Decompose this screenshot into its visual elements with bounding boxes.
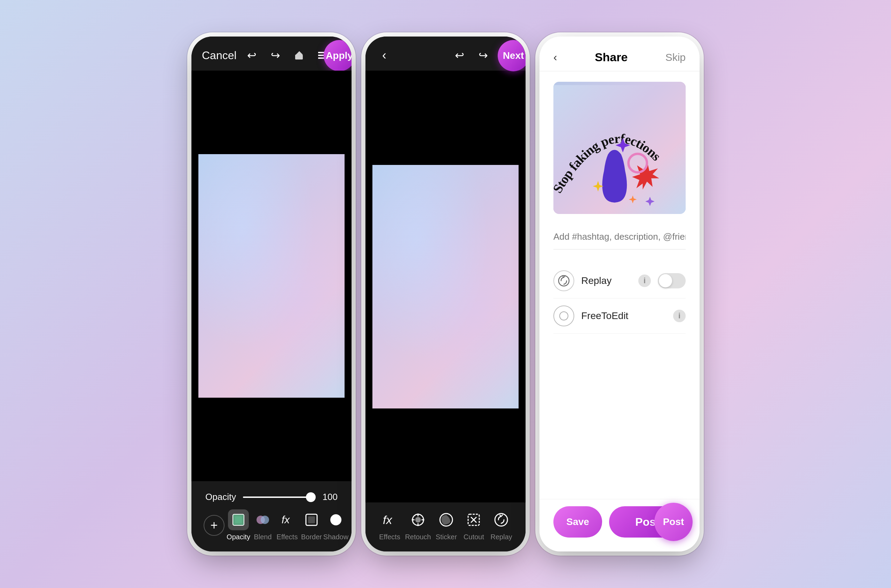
phone2-replay-label: Replay [490,533,512,541]
replay-toggle-thumb [659,274,672,287]
effects-tool-label: Effects [277,533,298,541]
phone2-back-button[interactable]: ‹ [376,47,392,64]
share-preview-svg: Stop faking perfections [553,82,686,214]
phone2-tool-row: fx Effects Retouch [373,509,518,541]
svg-point-21 [330,514,341,525]
svg-rect-15 [235,516,242,523]
phone2-holographic-bg [373,165,518,408]
post-button[interactable]: Post Post [609,506,686,537]
phone2-effects-icon: fx [379,509,400,530]
phone2-header: ‹ ↩ ↪ ⬇ Next [365,36,526,70]
add-tool-button[interactable]: + [202,515,226,536]
opacity-tool-icon [228,509,249,530]
share-back-button[interactable]: ‹ [553,51,557,64]
phone1-tool-row: + Opacity Blend [198,509,344,541]
phone2-artwork: Stop faking perfections [373,165,518,408]
opacity-label: Opacity [205,492,236,502]
replay-toggle[interactable] [658,273,686,288]
phone1-canvas: Stop faking perfections [191,70,352,481]
blend-tool-label: Blend [254,533,272,541]
phone1-frame: Cancel ↩ ↪ [191,36,352,552]
share-header: ‹ Share Skip [539,36,700,71]
phone2-retouch-label: Retouch [405,533,431,541]
opacity-row: Opacity 100 [198,488,344,509]
svg-rect-20 [308,516,315,523]
border-tool-label: Border [301,533,322,541]
share-footer: Save Post Post [539,499,700,552]
freetoedit-option-row: FreeToEdit i [553,298,686,334]
effects-tool-icon: fx [277,509,298,530]
freetoedit-option-label: FreeToEdit [581,310,666,321]
phone2-cutout-label: Cutout [464,533,484,541]
phone2-retouch-tool[interactable]: Retouch [405,509,431,541]
phone3-frame: ‹ Share Skip Sto [539,36,700,552]
opacity-value: 100 [323,492,338,502]
skip-button[interactable]: Skip [666,51,686,63]
blend-tool[interactable]: Blend [251,509,275,541]
opacity-tool[interactable]: Opacity [226,509,251,541]
undo-button[interactable]: ↩ [243,47,260,64]
border-tool-icon [301,509,322,530]
cancel-button[interactable]: Cancel [202,49,237,62]
post-highlight: Post [654,503,693,541]
phone2-effects-label: Effects [379,533,400,541]
phone2-cutout-tool[interactable]: Cutout [461,509,486,541]
freetoedit-info-icon[interactable]: i [673,310,686,322]
svg-point-17 [261,516,269,524]
freetoedit-option-icon [553,306,574,326]
phone1-artwork: Stop faking perfections [198,154,344,398]
svg-point-32 [415,517,421,523]
border-tool[interactable]: Border [299,509,324,541]
save-button[interactable]: Save [553,506,602,537]
phone2-replay-tool[interactable]: Replay [489,509,513,541]
phone2-retouch-icon [407,509,428,530]
phone1-bottom-toolbar: Opacity 100 + Opacity [191,481,352,552]
replay-option-icon [553,270,574,291]
share-content: Stop faking perfections [539,71,700,499]
phone2-effects-tool[interactable]: fx Effects [378,509,402,541]
phone2-redo-button[interactable]: ↪ [475,47,491,64]
more-tool[interactable] [348,515,352,536]
slider-fill [243,496,312,498]
effects-tool[interactable]: fx Effects [275,509,299,541]
opacity-tool-label: Opacity [227,533,250,541]
phone1-header-icons: ↩ ↪ [243,47,331,64]
next-button[interactable]: Next [498,40,526,71]
eraser-button[interactable] [291,47,308,64]
replay-option-label: Replay [581,275,631,286]
slider-thumb [306,492,316,502]
phone2-bottom-toolbar: fx Effects Retouch [365,502,526,552]
shadow-tool-icon [325,509,346,530]
opacity-slider[interactable] [243,496,316,498]
share-preview-image: Stop faking perfections [553,82,686,214]
phone2-canvas: Stop faking perfections [365,70,526,502]
phone2-replay-icon [491,509,512,530]
svg-text:fx: fx [282,514,290,525]
shadow-tool[interactable]: Shadow [324,509,348,541]
svg-marker-1 [296,51,303,55]
add-icon: + [204,515,224,536]
svg-text:fx: fx [383,513,392,526]
shadow-tool-label: Shadow [323,533,349,541]
phone2-sticker-icon [436,509,457,530]
redo-button[interactable]: ↪ [267,47,284,64]
svg-point-47 [560,312,568,320]
phone2-sticker-label: Sticker [436,533,457,541]
phone2-frame: ‹ ↩ ↪ ⬇ Next Stop faking perfections [365,36,526,552]
replay-option-row: Replay i [553,263,686,298]
blend-tool-icon [252,509,273,530]
hashtag-input[interactable] [553,224,686,249]
more-tool-icon [350,515,352,536]
phone1-header-left: Cancel ↩ ↪ [202,47,331,64]
share-title: Share [595,51,628,64]
apply-button[interactable]: Apply [324,40,352,71]
svg-point-41 [495,513,508,526]
replay-info-icon[interactable]: i [638,274,651,287]
svg-rect-0 [295,55,303,60]
phone2-cutout-icon [463,509,484,530]
phone2-undo-button[interactable]: ↩ [451,47,468,64]
phone1-header: Cancel ↩ ↪ [191,36,352,70]
phone2-sticker-tool[interactable]: Sticker [434,509,458,541]
holographic-bg [198,154,344,398]
